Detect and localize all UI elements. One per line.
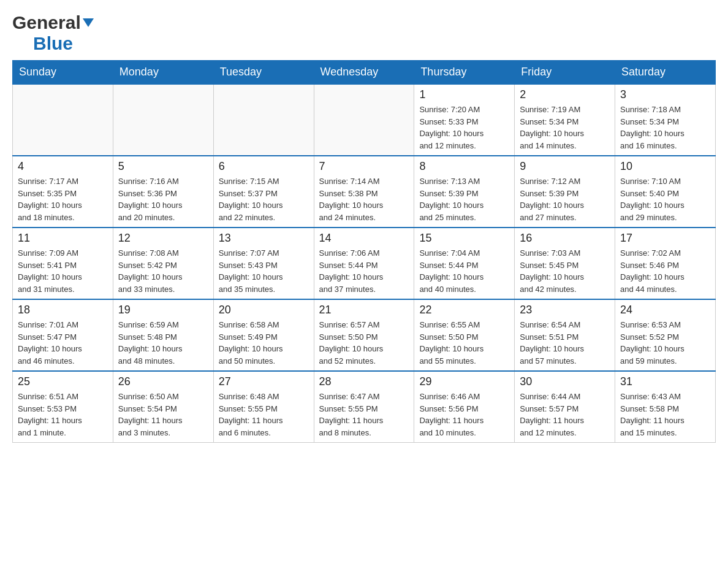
calendar-cell: 15Sunrise: 7:04 AM Sunset: 5:44 PM Dayli… (414, 228, 515, 299)
day-info: Sunrise: 6:47 AM Sunset: 5:55 PM Dayligh… (319, 391, 409, 439)
calendar-cell: 10Sunrise: 7:10 AM Sunset: 5:40 PM Dayli… (615, 156, 716, 228)
day-number: 25 (18, 375, 108, 388)
day-number: 15 (419, 232, 509, 245)
day-number: 14 (319, 232, 409, 245)
day-number: 13 (219, 232, 309, 245)
day-info: Sunrise: 7:10 AM Sunset: 5:40 PM Dayligh… (620, 175, 710, 223)
day-number: 28 (319, 375, 409, 388)
day-number: 12 (118, 232, 208, 245)
col-friday: Friday (515, 61, 615, 85)
calendar-week-row: 18Sunrise: 7:01 AM Sunset: 5:47 PM Dayli… (13, 299, 716, 371)
day-info: Sunrise: 7:20 AM Sunset: 5:33 PM Dayligh… (419, 104, 509, 151)
calendar-cell: 6Sunrise: 7:15 AM Sunset: 5:37 PM Daylig… (213, 156, 314, 228)
calendar-cell: 24Sunrise: 6:53 AM Sunset: 5:52 PM Dayli… (615, 299, 716, 371)
calendar-cell: 9Sunrise: 7:12 AM Sunset: 5:39 PM Daylig… (515, 156, 615, 228)
day-info: Sunrise: 6:54 AM Sunset: 5:51 PM Dayligh… (520, 319, 610, 367)
calendar-cell: 19Sunrise: 6:59 AM Sunset: 5:48 PM Dayli… (113, 299, 213, 371)
calendar-cell: 13Sunrise: 7:07 AM Sunset: 5:43 PM Dayli… (213, 228, 314, 299)
calendar-cell: 7Sunrise: 7:14 AM Sunset: 5:38 PM Daylig… (314, 156, 414, 228)
day-info: Sunrise: 7:01 AM Sunset: 5:47 PM Dayligh… (18, 319, 108, 367)
calendar-cell: 4Sunrise: 7:17 AM Sunset: 5:35 PM Daylig… (13, 156, 113, 228)
calendar-cell: 5Sunrise: 7:16 AM Sunset: 5:36 PM Daylig… (113, 156, 213, 228)
day-number: 20 (219, 304, 309, 316)
calendar-cell: 18Sunrise: 7:01 AM Sunset: 5:47 PM Dayli… (13, 299, 113, 371)
calendar-cell: 26Sunrise: 6:50 AM Sunset: 5:54 PM Dayli… (113, 371, 213, 443)
day-info: Sunrise: 7:12 AM Sunset: 5:39 PM Dayligh… (520, 175, 610, 223)
logo-triangle-icon (81, 16, 94, 29)
day-info: Sunrise: 7:19 AM Sunset: 5:34 PM Dayligh… (520, 104, 610, 151)
day-info: Sunrise: 6:46 AM Sunset: 5:56 PM Dayligh… (419, 391, 509, 439)
calendar-cell: 8Sunrise: 7:13 AM Sunset: 5:39 PM Daylig… (414, 156, 515, 228)
col-wednesday: Wednesday (314, 61, 414, 85)
day-info: Sunrise: 7:15 AM Sunset: 5:37 PM Dayligh… (219, 175, 309, 223)
calendar-cell: 22Sunrise: 6:55 AM Sunset: 5:50 PM Dayli… (414, 299, 515, 371)
day-info: Sunrise: 6:53 AM Sunset: 5:52 PM Dayligh… (620, 319, 710, 367)
calendar-cell: 28Sunrise: 6:47 AM Sunset: 5:55 PM Dayli… (314, 371, 414, 443)
day-info: Sunrise: 6:57 AM Sunset: 5:50 PM Dayligh… (319, 319, 409, 367)
calendar-cell (213, 84, 314, 156)
calendar-cell: 21Sunrise: 6:57 AM Sunset: 5:50 PM Dayli… (314, 299, 414, 371)
day-info: Sunrise: 7:14 AM Sunset: 5:38 PM Dayligh… (319, 175, 409, 223)
day-number: 9 (520, 160, 610, 173)
calendar-cell: 14Sunrise: 7:06 AM Sunset: 5:44 PM Dayli… (314, 228, 414, 299)
day-number: 6 (219, 160, 309, 173)
calendar-header-row: Sunday Monday Tuesday Wednesday Thursday… (13, 61, 716, 85)
day-number: 22 (419, 304, 509, 316)
day-info: Sunrise: 7:09 AM Sunset: 5:41 PM Dayligh… (18, 247, 108, 295)
calendar-cell: 25Sunrise: 6:51 AM Sunset: 5:53 PM Dayli… (13, 371, 113, 443)
day-number: 16 (520, 232, 610, 245)
day-number: 4 (18, 160, 108, 173)
day-number: 31 (620, 375, 710, 388)
calendar-cell: 2Sunrise: 7:19 AM Sunset: 5:34 PM Daylig… (515, 84, 615, 156)
page-header: General Blue (12, 12, 716, 54)
day-info: Sunrise: 6:43 AM Sunset: 5:58 PM Dayligh… (620, 391, 710, 439)
day-info: Sunrise: 6:55 AM Sunset: 5:50 PM Dayligh… (419, 319, 509, 367)
col-monday: Monday (113, 61, 213, 85)
day-number: 2 (520, 88, 610, 101)
calendar-week-row: 4Sunrise: 7:17 AM Sunset: 5:35 PM Daylig… (13, 156, 716, 228)
day-info: Sunrise: 6:59 AM Sunset: 5:48 PM Dayligh… (118, 319, 208, 367)
day-number: 27 (219, 375, 309, 388)
day-info: Sunrise: 6:51 AM Sunset: 5:53 PM Dayligh… (18, 391, 108, 439)
day-number: 3 (620, 88, 710, 101)
day-number: 29 (419, 375, 509, 388)
calendar-cell: 17Sunrise: 7:02 AM Sunset: 5:46 PM Dayli… (615, 228, 716, 299)
calendar-cell: 31Sunrise: 6:43 AM Sunset: 5:58 PM Dayli… (615, 371, 716, 443)
day-number: 26 (118, 375, 208, 388)
calendar-week-row: 11Sunrise: 7:09 AM Sunset: 5:41 PM Dayli… (13, 228, 716, 299)
day-number: 24 (620, 304, 710, 316)
logo-blue-text: Blue (33, 33, 73, 53)
calendar-week-row: 25Sunrise: 6:51 AM Sunset: 5:53 PM Dayli… (13, 371, 716, 443)
day-info: Sunrise: 6:48 AM Sunset: 5:55 PM Dayligh… (219, 391, 309, 439)
calendar-cell (13, 84, 113, 156)
calendar-cell: 29Sunrise: 6:46 AM Sunset: 5:56 PM Dayli… (414, 371, 515, 443)
day-info: Sunrise: 7:04 AM Sunset: 5:44 PM Dayligh… (419, 247, 509, 295)
day-number: 1 (419, 88, 509, 101)
day-number: 30 (520, 375, 610, 388)
day-info: Sunrise: 7:17 AM Sunset: 5:35 PM Dayligh… (18, 175, 108, 223)
calendar-week-row: 1Sunrise: 7:20 AM Sunset: 5:33 PM Daylig… (13, 84, 716, 156)
col-sunday: Sunday (13, 61, 113, 85)
day-info: Sunrise: 7:02 AM Sunset: 5:46 PM Dayligh… (620, 247, 710, 295)
logo: General Blue (12, 12, 94, 54)
calendar-cell: 11Sunrise: 7:09 AM Sunset: 5:41 PM Dayli… (13, 228, 113, 299)
day-info: Sunrise: 7:13 AM Sunset: 5:39 PM Dayligh… (419, 175, 509, 223)
day-info: Sunrise: 6:44 AM Sunset: 5:57 PM Dayligh… (520, 391, 610, 439)
svg-marker-0 (83, 18, 94, 27)
calendar-cell: 12Sunrise: 7:08 AM Sunset: 5:42 PM Dayli… (113, 228, 213, 299)
day-number: 11 (18, 232, 108, 245)
day-number: 17 (620, 232, 710, 245)
day-number: 18 (18, 304, 108, 316)
calendar-cell: 1Sunrise: 7:20 AM Sunset: 5:33 PM Daylig… (414, 84, 515, 156)
day-number: 5 (118, 160, 208, 173)
day-number: 21 (319, 304, 409, 316)
day-info: Sunrise: 7:07 AM Sunset: 5:43 PM Dayligh… (219, 247, 309, 295)
day-number: 8 (419, 160, 509, 173)
day-info: Sunrise: 7:03 AM Sunset: 5:45 PM Dayligh… (520, 247, 610, 295)
col-thursday: Thursday (414, 61, 515, 85)
calendar-cell: 23Sunrise: 6:54 AM Sunset: 5:51 PM Dayli… (515, 299, 615, 371)
day-info: Sunrise: 7:18 AM Sunset: 5:34 PM Dayligh… (620, 104, 710, 151)
day-info: Sunrise: 6:50 AM Sunset: 5:54 PM Dayligh… (118, 391, 208, 439)
day-number: 10 (620, 160, 710, 173)
calendar-cell: 16Sunrise: 7:03 AM Sunset: 5:45 PM Dayli… (515, 228, 615, 299)
